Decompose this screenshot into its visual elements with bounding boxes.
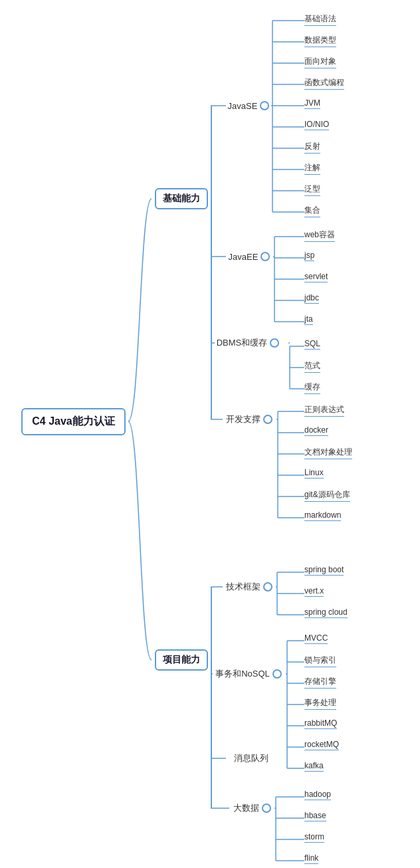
branch-dbms-icon: [270, 338, 279, 348]
branch-devsupp-icon: [263, 415, 272, 424]
branch-javase-icon: [260, 101, 269, 110]
leaf-wendang: 文档对象处理: [304, 447, 352, 459]
branch-bigdata-label: 大数据: [233, 802, 259, 814]
leaf-springboot: spring boot: [304, 565, 344, 576]
leaf-rocketmq: rocketMQ: [304, 740, 339, 750]
group-jichunengli-label: 基础能力: [155, 188, 208, 209]
leaf-suoyin: 锁与索引: [304, 655, 336, 667]
leaf-fanshi: 范式: [304, 360, 320, 373]
leaf-jihe: 集合: [304, 205, 320, 217]
leaf-mvcc: MVCC: [304, 633, 328, 644]
leaf-flink: flink: [304, 853, 318, 864]
branch-javase: JavaSE: [226, 98, 271, 113]
branch-techframe-label: 技术框架: [226, 581, 261, 593]
leaf-docker: docker: [304, 425, 328, 436]
leaf-vertx: vert.x: [304, 586, 324, 597]
leaf-sql: SQL: [304, 339, 320, 350]
leaf-linux: Linux: [304, 468, 324, 479]
leaf-springcloud: spring cloud: [304, 607, 348, 618]
group-xiangmu: 项目能力: [152, 649, 211, 671]
branch-javaee: JavaEE: [226, 249, 272, 264]
mind-map: C4 Java能力认证 基础能力 JavaSE 基础语法 数据类型 面向对象 函…: [0, 0, 420, 868]
leaf-jvm: JVM: [304, 98, 320, 109]
leaf-zhengze: 正则表达式: [304, 404, 344, 417]
branch-devsupp: 开发支撑: [223, 412, 276, 427]
branch-dbms: DBMS和缓存: [215, 336, 281, 350]
group-jichunengli: 基础能力: [152, 187, 211, 210]
branch-nosql-label: 事务和NoSQL: [215, 668, 270, 680]
branch-dbms-label: DBMS和缓存: [217, 337, 268, 349]
leaf-shujuleixing: 数据类型: [304, 35, 336, 47]
branch-techframe-icon: [263, 582, 272, 592]
branch-devsupp-label: 开发支撑: [226, 413, 261, 425]
leaf-shiwu: 事务处理: [304, 697, 336, 710]
leaf-hbase: hbase: [304, 811, 326, 821]
branch-nosql: 事务和NoSQL: [213, 667, 284, 681]
leaf-fanshе: 反射: [304, 141, 320, 154]
root-node: C4 Java能力认证: [19, 404, 128, 439]
branch-nosql-icon: [272, 669, 282, 679]
root-label: C4 Java能力认证: [21, 408, 126, 435]
leaf-hanshu: 函数式编程: [304, 77, 344, 90]
branch-javase-label: JavaSE: [228, 101, 258, 111]
branch-javaee-label: JavaEE: [229, 252, 259, 262]
branch-msgqueue: 消息队列: [226, 751, 276, 766]
leaf-huancun: 缓存: [304, 381, 320, 394]
leaf-fanxing: 泛型: [304, 183, 320, 196]
leaf-rabbitmq: rabbitMQ: [304, 718, 337, 729]
leaf-jichuyu: 基础语法: [304, 13, 336, 26]
leaf-git: git&源码仓库: [304, 489, 350, 502]
leaf-jdbc: jdbc: [304, 293, 319, 304]
leaf-jsp: jsp: [304, 251, 314, 261]
leaf-kafka: kafka: [304, 761, 324, 772]
leaf-zhujie: 注解: [304, 162, 320, 175]
branch-techframe: 技术框架: [223, 580, 276, 594]
leaf-webq: web容器: [304, 229, 335, 242]
branch-msgqueue-label: 消息队列: [234, 752, 268, 764]
leaf-cunchu: 存储引擎: [304, 676, 336, 689]
branch-javaee-icon: [261, 252, 270, 261]
leaf-mianyangduixiang: 面向对象: [304, 56, 336, 68]
leaf-jta: jta: [304, 314, 313, 325]
leaf-markdown: markdown: [304, 510, 341, 521]
leaf-storm: storm: [304, 832, 324, 843]
leaf-ionio: IO/NIO: [304, 120, 329, 130]
branch-bigdata-icon: [262, 804, 271, 813]
leaf-hadoop: hadoop: [304, 790, 331, 800]
group-xiangmu-label: 项目能力: [155, 649, 208, 671]
leaf-servlet: servlet: [304, 272, 328, 282]
branch-bigdata: 大数据: [229, 801, 274, 815]
